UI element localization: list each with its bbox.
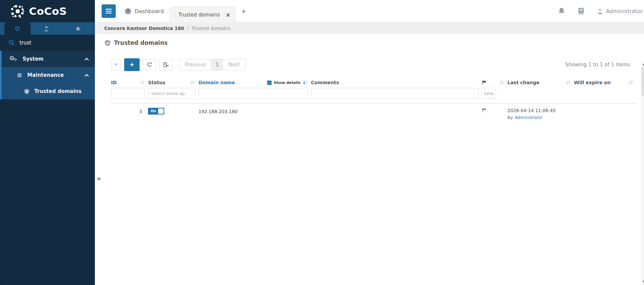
refresh-icon <box>147 62 152 67</box>
sidebar-item-system[interactable]: ⚙⚙ System <box>0 51 95 67</box>
sidebar-expander-icon[interactable]: » <box>97 174 101 183</box>
menu-label: Maintenance <box>27 72 64 78</box>
scroll-down-arrow[interactable] <box>641 279 644 284</box>
table-header-row: ID Status Domain nam <box>111 80 637 85</box>
column-header-last-change[interactable]: Last change <box>507 80 571 85</box>
person-icon <box>43 25 50 32</box>
actions-dropdown-button[interactable] <box>111 59 121 70</box>
export-icon <box>163 62 169 67</box>
sort-icon[interactable] <box>499 80 504 85</box>
filter-flag-input[interactable] <box>482 88 496 99</box>
tab-label: Dashboard <box>135 8 164 14</box>
cell-will-expire-on <box>574 108 633 120</box>
user-name: Administrator <box>606 8 643 14</box>
table-row[interactable]: 3 On 192.168.203.180 <box>111 104 637 120</box>
sort-icon[interactable] <box>140 80 145 85</box>
tab-trusted-domains[interactable]: Trusted domains × <box>170 7 236 23</box>
filter-domain-input[interactable] <box>199 88 308 99</box>
scroll-up-arrow[interactable] <box>641 62 644 67</box>
sort-icon-active[interactable] <box>303 80 308 85</box>
cell-domain-name: 192.168.203.180 <box>199 108 308 120</box>
cell-flag[interactable] <box>482 108 504 120</box>
breadcrumb-root[interactable]: Concera Kantoor Domotica 180 <box>104 26 184 31</box>
tab-label: Trusted domains <box>178 12 220 18</box>
breadcrumb-separator: / <box>187 26 189 31</box>
add-button[interactable]: + <box>124 58 140 71</box>
cell-comments <box>311 108 478 120</box>
gauge-icon <box>124 8 132 15</box>
sidebar: CoCoS ⚙ ★ ⚙⚙ <box>0 0 95 285</box>
column-header-comments[interactable]: Comments <box>311 80 478 85</box>
filter-comments-input[interactable] <box>311 88 478 99</box>
cell-id: 3 <box>111 108 145 120</box>
content-panel: + Previous <box>95 50 644 285</box>
menu-label: Trusted domains <box>34 88 81 94</box>
topbar-right: Administrator <box>558 0 643 22</box>
by-user-link[interactable]: Administrator <box>515 115 542 120</box>
vertical-scrollbar[interactable] <box>641 62 644 285</box>
gears-icon: ⚙⚙ <box>9 55 18 63</box>
column-header-will-expire-on[interactable]: Will expire on <box>574 80 633 85</box>
flag-icon <box>482 80 487 85</box>
filter-id-input[interactable] <box>111 88 145 99</box>
database-icon <box>16 72 23 78</box>
close-icon[interactable]: × <box>226 12 230 18</box>
toggle-knob <box>158 108 164 114</box>
pagination-next[interactable]: Next <box>223 59 245 70</box>
log-book-button[interactable] <box>577 7 585 15</box>
sidebar-item-maintenance[interactable]: Maintenance <box>0 67 95 83</box>
tab-dashboard[interactable]: Dashboard <box>124 0 164 22</box>
sort-icon[interactable] <box>190 80 195 85</box>
export-button[interactable] <box>159 59 173 70</box>
trusted-domains-table: ID Status Domain nam <box>111 80 637 120</box>
sidebar-tab-settings[interactable]: ⚙ <box>4 22 31 35</box>
shield-check-icon <box>175 12 175 18</box>
caret-down-icon <box>114 64 118 66</box>
chevron-up-icon <box>84 58 89 61</box>
shield-check-icon <box>104 40 111 46</box>
sidebar-search <box>0 35 95 51</box>
sort-icon[interactable] <box>566 80 571 85</box>
star-icon: ★ <box>75 25 81 33</box>
menu-label: System <box>23 56 43 62</box>
table-filter-row <box>111 88 637 104</box>
column-header-domain-name[interactable]: Domain name ✓ Show details <box>199 80 308 85</box>
cell-status: On <box>148 108 195 120</box>
column-header-status[interactable]: Status <box>148 80 195 85</box>
scrollbar-thumb[interactable] <box>641 67 644 96</box>
user-menu[interactable]: Administrator <box>597 8 643 14</box>
refresh-button[interactable] <box>143 59 156 70</box>
toolbar: + Previous <box>111 58 644 71</box>
filter-status-input[interactable] <box>148 88 195 99</box>
show-details-label: Show details <box>274 81 300 85</box>
sidebar-tab-users[interactable] <box>31 22 62 35</box>
bell-icon <box>558 7 565 15</box>
pagination-previous[interactable]: Previous <box>179 59 211 70</box>
sidebar-tabbar: ⚙ ★ <box>0 22 95 35</box>
page-title: Trusted domains <box>114 39 168 46</box>
column-header-id[interactable]: ID <box>111 80 145 85</box>
logo[interactable]: CoCoS <box>0 0 95 22</box>
main-area: Dashboard Trusted domains × + <box>95 0 644 285</box>
notifications-button[interactable] <box>558 7 565 15</box>
topbar: Dashboard Trusted domains × + <box>95 0 644 22</box>
breadcrumb-current: Trusted domains <box>191 26 230 31</box>
new-tab-button[interactable]: + <box>242 7 246 16</box>
flag-icon <box>482 108 487 113</box>
status-toggle[interactable]: On <box>148 108 164 115</box>
menu-toggle-button[interactable] <box>102 4 116 18</box>
sort-icon[interactable] <box>629 80 633 85</box>
pagination-page-1[interactable]: 1 <box>211 59 223 70</box>
hamburger-icon <box>106 9 112 13</box>
gear-icon: ⚙ <box>14 25 21 33</box>
pagination: Previous 1 Next <box>179 59 246 70</box>
column-header-flag[interactable] <box>482 80 504 85</box>
sidebar-item-trusted-domains[interactable]: Trusted domains <box>0 83 95 99</box>
book-icon <box>577 7 585 15</box>
logo-text: CoCoS <box>29 5 67 17</box>
cell-last-change: 2026-04-14 11:06:45 By: Administrator <box>507 108 571 120</box>
sidebar-menu: ⚙⚙ System Maintenance <box>0 51 95 99</box>
search-input[interactable] <box>20 40 83 46</box>
show-details-checkbox[interactable]: ✓ <box>267 81 272 85</box>
sidebar-tab-favorites[interactable]: ★ <box>62 22 94 35</box>
